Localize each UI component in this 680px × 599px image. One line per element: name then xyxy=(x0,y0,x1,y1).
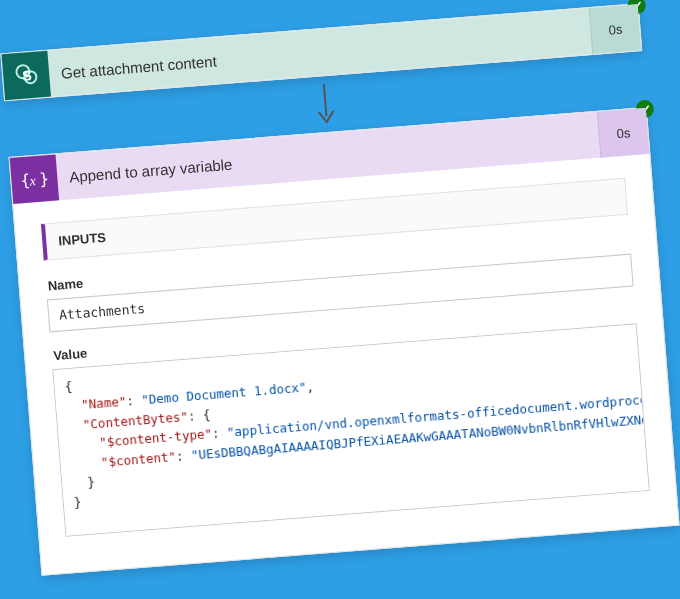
variable-icon: {x} xyxy=(10,154,59,203)
svg-text:x: x xyxy=(28,173,37,189)
svg-text:S: S xyxy=(22,67,33,84)
step-duration: 0s xyxy=(597,107,649,157)
sharepoint-icon: S xyxy=(2,50,51,99)
step-append-to-array-variable[interactable]: {x} Append to array variable 0s INPUTS N… xyxy=(9,106,680,575)
step-body: INPUTS Name Attachments Value { "Name": … xyxy=(13,153,678,574)
svg-line-3 xyxy=(324,84,327,116)
step-duration: 0s xyxy=(589,4,641,54)
svg-text:}: } xyxy=(39,169,49,189)
